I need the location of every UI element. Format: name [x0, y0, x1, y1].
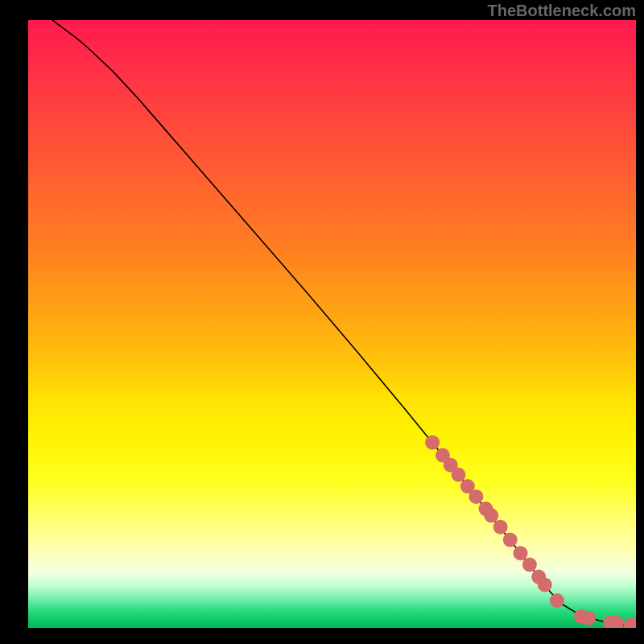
data-point — [538, 577, 552, 592]
data-point — [452, 468, 466, 482]
data-point — [503, 533, 518, 547]
bottleneck-curve-line — [52, 20, 636, 625]
data-point — [469, 489, 483, 504]
chart-container: TheBottleneck.com — [0, 0, 644, 644]
data-points-group — [425, 436, 636, 628]
data-point — [581, 611, 596, 625]
data-point — [425, 436, 440, 450]
data-point — [484, 508, 498, 522]
data-point — [493, 520, 508, 535]
chart-svg — [28, 20, 636, 628]
data-point — [522, 557, 537, 572]
data-point — [550, 593, 564, 608]
watermark-text: TheBottleneck.com — [488, 2, 636, 20]
data-point — [514, 546, 528, 560]
plot-area — [28, 20, 636, 628]
